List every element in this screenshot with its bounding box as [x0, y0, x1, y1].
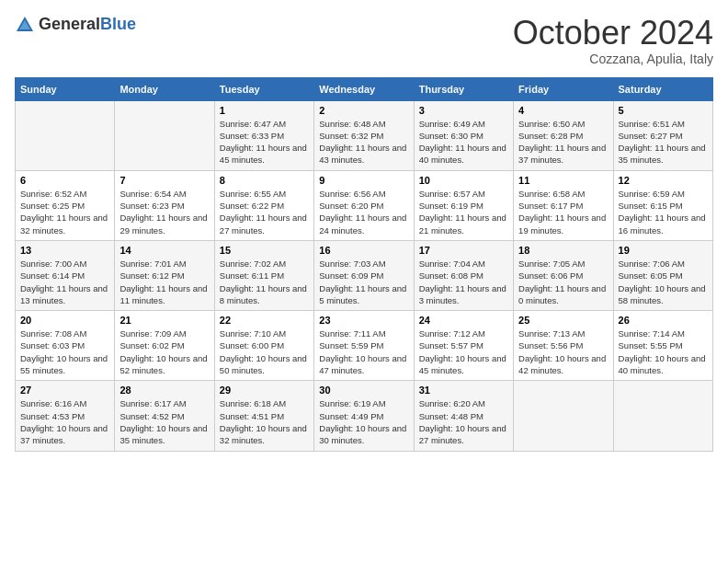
calendar-cell: 27Sunrise: 6:16 AM Sunset: 4:53 PM Dayli… [16, 381, 115, 451]
calendar-cell: 22Sunrise: 7:10 AM Sunset: 6:00 PM Dayli… [214, 311, 313, 381]
day-number: 26 [619, 315, 708, 326]
calendar-cell: 19Sunrise: 7:06 AM Sunset: 6:05 PM Dayli… [613, 240, 712, 310]
day-number: 14 [119, 245, 209, 256]
day-number: 19 [619, 245, 708, 256]
column-header-monday: Monday [115, 77, 214, 100]
calendar-cell: 11Sunrise: 6:58 AM Sunset: 6:17 PM Dayli… [514, 170, 613, 240]
calendar-cell: 31Sunrise: 6:20 AM Sunset: 4:48 PM Dayli… [414, 381, 513, 451]
calendar-cell: 5Sunrise: 6:51 AM Sunset: 6:27 PM Daylig… [613, 100, 712, 170]
calendar-cell: 26Sunrise: 7:14 AM Sunset: 5:55 PM Dayli… [613, 311, 712, 381]
day-info: Sunrise: 7:12 AM Sunset: 5:57 PM Dayligh… [419, 327, 508, 376]
calendar-cell: 6Sunrise: 6:52 AM Sunset: 6:25 PM Daylig… [16, 170, 115, 240]
column-header-friday: Friday [514, 77, 613, 100]
day-info: Sunrise: 7:09 AM Sunset: 6:02 PM Dayligh… [119, 327, 209, 376]
day-number: 31 [419, 385, 508, 396]
day-info: Sunrise: 7:14 AM Sunset: 5:55 PM Dayligh… [619, 327, 708, 376]
day-info: Sunrise: 7:05 AM Sunset: 6:06 PM Dayligh… [518, 258, 608, 306]
calendar-cell: 25Sunrise: 7:13 AM Sunset: 5:56 PM Dayli… [514, 311, 613, 381]
day-number: 7 [119, 175, 209, 186]
calendar-cell: 28Sunrise: 6:17 AM Sunset: 4:52 PM Dayli… [115, 381, 214, 451]
calendar-cell: 10Sunrise: 6:57 AM Sunset: 6:19 PM Dayli… [414, 170, 513, 240]
day-info: Sunrise: 7:10 AM Sunset: 6:00 PM Dayligh… [220, 327, 309, 376]
day-info: Sunrise: 7:02 AM Sunset: 6:11 PM Dayligh… [220, 258, 309, 306]
logo-blue: Blue [100, 16, 136, 34]
column-header-tuesday: Tuesday [214, 77, 313, 100]
calendar-cell: 23Sunrise: 7:11 AM Sunset: 5:59 PM Dayli… [314, 311, 414, 381]
day-number: 25 [518, 315, 608, 326]
day-info: Sunrise: 7:03 AM Sunset: 6:09 PM Dayligh… [319, 258, 408, 306]
day-number: 16 [319, 245, 408, 256]
day-info: Sunrise: 7:08 AM Sunset: 6:03 PM Dayligh… [20, 327, 109, 376]
day-info: Sunrise: 7:01 AM Sunset: 6:12 PM Dayligh… [119, 258, 209, 306]
day-number: 28 [119, 385, 209, 396]
calendar-cell: 20Sunrise: 7:08 AM Sunset: 6:03 PM Dayli… [16, 311, 115, 381]
day-number: 12 [619, 175, 708, 186]
day-info: Sunrise: 6:20 AM Sunset: 4:48 PM Dayligh… [419, 397, 508, 446]
calendar-cell: 29Sunrise: 6:18 AM Sunset: 4:51 PM Dayli… [214, 381, 313, 451]
day-info: Sunrise: 6:47 AM Sunset: 6:33 PM Dayligh… [220, 118, 309, 167]
day-number: 18 [518, 245, 608, 256]
logo-icon [15, 15, 35, 35]
logo: General Blue [15, 15, 136, 35]
calendar-cell: 8Sunrise: 6:55 AM Sunset: 6:22 PM Daylig… [214, 170, 313, 240]
calendar-cell: 17Sunrise: 7:04 AM Sunset: 6:08 PM Dayli… [414, 240, 513, 310]
day-info: Sunrise: 6:51 AM Sunset: 6:27 PM Dayligh… [619, 118, 708, 167]
day-info: Sunrise: 7:00 AM Sunset: 6:14 PM Dayligh… [20, 258, 109, 306]
day-info: Sunrise: 6:50 AM Sunset: 6:28 PM Dayligh… [518, 118, 608, 167]
month-title: October 2024 [513, 15, 713, 52]
calendar-week-2: 6Sunrise: 6:52 AM Sunset: 6:25 PM Daylig… [16, 170, 713, 240]
calendar-cell: 4Sunrise: 6:50 AM Sunset: 6:28 PM Daylig… [514, 100, 613, 170]
calendar-week-1: 1Sunrise: 6:47 AM Sunset: 6:33 PM Daylig… [16, 100, 713, 170]
calendar-cell [613, 381, 712, 451]
day-number: 6 [20, 175, 109, 186]
day-info: Sunrise: 7:11 AM Sunset: 5:59 PM Dayligh… [319, 327, 408, 376]
day-number: 22 [220, 315, 309, 326]
day-number: 8 [220, 175, 309, 186]
calendar-cell: 2Sunrise: 6:48 AM Sunset: 6:32 PM Daylig… [314, 100, 414, 170]
day-info: Sunrise: 7:04 AM Sunset: 6:08 PM Dayligh… [419, 258, 508, 306]
calendar-cell: 9Sunrise: 6:56 AM Sunset: 6:20 PM Daylig… [314, 170, 414, 240]
day-info: Sunrise: 6:57 AM Sunset: 6:19 PM Dayligh… [419, 188, 508, 236]
day-number: 5 [619, 105, 708, 116]
day-info: Sunrise: 6:52 AM Sunset: 6:25 PM Dayligh… [20, 188, 109, 236]
column-header-wednesday: Wednesday [314, 77, 414, 100]
day-number: 21 [119, 315, 209, 326]
day-info: Sunrise: 6:16 AM Sunset: 4:53 PM Dayligh… [20, 397, 109, 446]
calendar-week-4: 20Sunrise: 7:08 AM Sunset: 6:03 PM Dayli… [16, 311, 713, 381]
logo-general: General [39, 16, 100, 34]
calendar-cell: 18Sunrise: 7:05 AM Sunset: 6:06 PM Dayli… [514, 240, 613, 310]
calendar-cell: 24Sunrise: 7:12 AM Sunset: 5:57 PM Dayli… [414, 311, 513, 381]
calendar-cell: 1Sunrise: 6:47 AM Sunset: 6:33 PM Daylig… [214, 100, 313, 170]
day-number: 29 [220, 385, 309, 396]
day-info: Sunrise: 6:58 AM Sunset: 6:17 PM Dayligh… [518, 188, 608, 236]
calendar-cell [16, 100, 115, 170]
title-block: October 2024 Cozzana, Apulia, Italy [513, 15, 713, 66]
column-header-sunday: Sunday [16, 77, 115, 100]
calendar-cell [115, 100, 214, 170]
logo-text: General Blue [39, 16, 136, 34]
location-subtitle: Cozzana, Apulia, Italy [513, 52, 713, 66]
calendar-cell: 15Sunrise: 7:02 AM Sunset: 6:11 PM Dayli… [214, 240, 313, 310]
calendar-table: SundayMondayTuesdayWednesdayThursdayFrid… [15, 77, 713, 452]
day-info: Sunrise: 6:56 AM Sunset: 6:20 PM Dayligh… [319, 188, 408, 236]
calendar-cell: 7Sunrise: 6:54 AM Sunset: 6:23 PM Daylig… [115, 170, 214, 240]
day-number: 23 [319, 315, 408, 326]
calendar-cell: 30Sunrise: 6:19 AM Sunset: 4:49 PM Dayli… [314, 381, 414, 451]
column-header-thursday: Thursday [414, 77, 513, 100]
day-number: 4 [518, 105, 608, 116]
day-number: 9 [319, 175, 408, 186]
day-number: 2 [319, 105, 408, 116]
day-number: 20 [20, 315, 109, 326]
day-info: Sunrise: 6:17 AM Sunset: 4:52 PM Dayligh… [119, 397, 209, 446]
day-number: 17 [419, 245, 508, 256]
day-number: 3 [419, 105, 508, 116]
calendar-cell: 14Sunrise: 7:01 AM Sunset: 6:12 PM Dayli… [115, 240, 214, 310]
calendar-header-row: SundayMondayTuesdayWednesdayThursdayFrid… [16, 77, 713, 100]
calendar-cell: 3Sunrise: 6:49 AM Sunset: 6:30 PM Daylig… [414, 100, 513, 170]
calendar-week-3: 13Sunrise: 7:00 AM Sunset: 6:14 PM Dayli… [16, 240, 713, 310]
calendar-cell: 21Sunrise: 7:09 AM Sunset: 6:02 PM Dayli… [115, 311, 214, 381]
day-info: Sunrise: 6:18 AM Sunset: 4:51 PM Dayligh… [220, 397, 309, 446]
day-number: 10 [419, 175, 508, 186]
day-info: Sunrise: 7:13 AM Sunset: 5:56 PM Dayligh… [518, 327, 608, 376]
day-info: Sunrise: 6:59 AM Sunset: 6:15 PM Dayligh… [619, 188, 708, 236]
